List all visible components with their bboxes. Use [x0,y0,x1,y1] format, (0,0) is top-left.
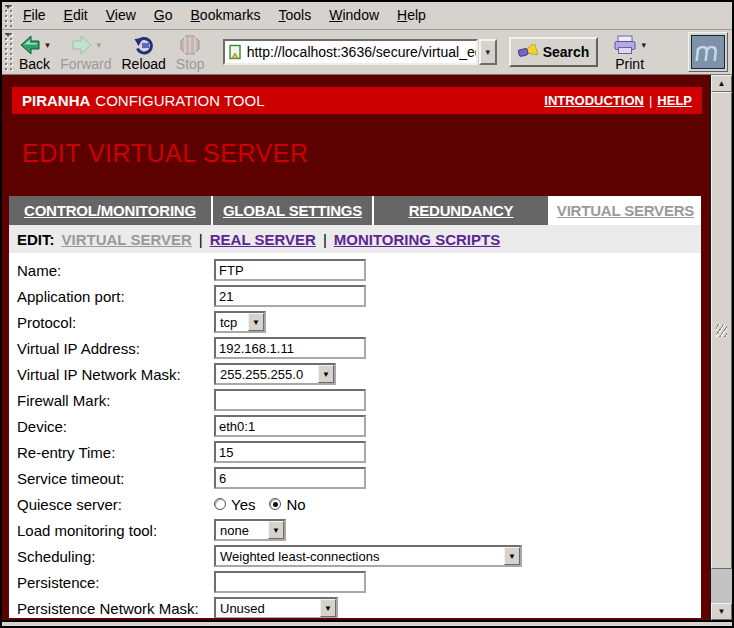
subnav-separator: | [323,231,327,248]
brand-rest: CONFIGURATION TOOL [95,92,264,109]
application-port-input[interactable] [214,285,366,307]
introduction-link[interactable]: INTRODUCTION [544,93,644,108]
menu-edit[interactable]: Edit [55,2,97,29]
form-row-firewall-mark: Firewall Mark: [17,387,701,413]
reload-icon [133,34,155,56]
quiesce-server-radio-no[interactable] [269,498,281,510]
window-bottom-edge [2,620,732,626]
subnav-link-real-server[interactable]: REAL SERVER [210,231,316,248]
subnav-prefix: EDIT: [17,231,55,248]
device-input[interactable] [214,415,366,437]
persistence-network-mask-select[interactable]: Unused▼ [214,597,338,618]
scheduling-selected-value: Weighted least-connections [216,547,504,565]
back-icon [19,34,41,56]
virtual-server-form: Name:Application port:Protocol:tcp▼Virtu… [9,253,701,618]
form-row-re-entry-time: Re-entry Time: [17,439,701,465]
back-label: Back [19,57,50,72]
menu-help[interactable]: Help [388,2,435,29]
re-entry-time-input[interactable] [214,441,366,463]
mozilla-m-icon [694,39,722,65]
content-viewport: PIRANHA CONFIGURATION TOOL INTRODUCTION … [2,75,732,620]
protocol-select-arrow[interactable]: ▼ [248,313,264,331]
menu-view[interactable]: View [97,2,145,29]
virtual-ip-address-input[interactable] [214,337,366,359]
print-button[interactable]: ▾ Print [608,32,651,73]
toolbar-grippy[interactable] [4,32,13,72]
menu-tools[interactable]: Tools [270,2,321,29]
subnav-link-monitoring-scripts[interactable]: MONITORING SCRIPTS [334,231,500,248]
menubar-grippy[interactable] [4,4,13,27]
form-row-application-port: Application port: [17,283,701,309]
url-bar: http://localhost:3636/secure/virtual_edi… [223,39,497,65]
forward-icon [71,34,93,56]
persistence-input[interactable] [214,571,366,593]
subnav-separator: | [199,231,203,248]
load-monitoring-tool-select-arrow[interactable]: ▼ [268,521,284,539]
persistence-label: Persistence: [17,574,214,591]
back-button[interactable]: ▾ Back [14,32,55,73]
stop-button[interactable]: Stop [171,32,210,73]
service-timeout-input[interactable] [214,467,366,489]
quiesce-server-label: Quiesce server: [17,496,214,513]
quiesce-server-radio-yes[interactable] [214,498,226,510]
application-port-label: Application port: [17,288,214,305]
protocol-label: Protocol: [17,314,214,331]
form-row-scheduling: Scheduling:Weighted least-connections▼ [17,543,701,569]
tab-virtual-servers[interactable]: VIRTUAL SERVERS [550,196,701,225]
vertical-scrollbar[interactable]: ▲ ▼ [710,75,732,620]
page-proxy-icon[interactable] [228,44,243,60]
url-history-dropdown-button[interactable]: ▾ [479,39,497,65]
forward-button[interactable]: ▾ Forward [55,32,116,73]
stop-label: Stop [176,57,205,72]
url-input[interactable]: http://localhost:3636/secure/virtual_edi… [223,39,478,65]
scroll-down-button[interactable]: ▼ [711,603,732,620]
print-dropdown-arrow[interactable]: ▾ [641,40,646,50]
device-label: Device: [17,418,214,435]
virtual-ip-network-mask-select-arrow[interactable]: ▼ [318,365,334,383]
scheduling-select-arrow[interactable]: ▼ [504,547,520,565]
service-timeout-label: Service timeout: [17,470,214,487]
stop-icon [179,34,201,56]
navigation-toolbar: ▾ Back ▾ Forward Reload [2,30,732,75]
re-entry-time-label: Re-entry Time: [17,444,214,461]
persistence-network-mask-selected-value: Unused [216,599,320,617]
persistence-network-mask-label: Persistence Network Mask: [17,600,214,617]
url-text: http://localhost:3636/secure/virtual_edi… [247,44,478,60]
firewall-mark-input[interactable] [214,389,366,411]
mozilla-logo[interactable] [688,32,728,72]
load-monitoring-tool-selected-value: none [216,521,268,539]
persistence-network-mask-select-arrow[interactable]: ▼ [320,599,336,617]
tab-control-monitoring[interactable]: CONTROL/MONITORING [9,196,211,225]
form-row-virtual-ip-address: Virtual IP Address: [17,335,701,361]
quiesce-server-radio-label-no: No [286,496,305,513]
reload-button[interactable]: Reload [116,32,170,73]
help-link[interactable]: HELP [657,93,692,108]
back-dropdown-arrow[interactable]: ▾ [45,40,50,50]
menu-bookmarks[interactable]: Bookmarks [182,2,270,29]
form-row-protocol: Protocol:tcp▼ [17,309,701,335]
header-links: INTRODUCTION | HELP [544,93,692,108]
print-label: Print [615,57,644,72]
subnav-link-virtual-server[interactable]: VIRTUAL SERVER [62,231,192,248]
form-row-name: Name: [17,257,701,283]
search-button[interactable]: Search [509,37,599,67]
protocol-select[interactable]: tcp▼ [214,311,266,333]
scheduling-select[interactable]: Weighted least-connections▼ [214,545,522,567]
reload-label: Reload [121,57,165,72]
tab-redundancy[interactable]: REDUNDANCY [374,196,548,225]
name-input[interactable] [214,259,366,281]
load-monitoring-tool-select[interactable]: none▼ [214,519,286,541]
virtual-ip-network-mask-select[interactable]: 255.255.255.0▼ [214,363,336,385]
app-header-bar: PIRANHA CONFIGURATION TOOL INTRODUCTION … [12,87,702,114]
tab-global-settings[interactable]: GLOBAL SETTINGS [213,196,372,225]
print-icon [613,35,637,55]
menu-window[interactable]: Window [320,2,388,29]
scroll-up-button[interactable]: ▲ [711,75,732,92]
virtual-ip-address-label: Virtual IP Address: [17,340,214,357]
edit-subnav: EDIT:VIRTUAL SERVER|REAL SERVER|MONITORI… [9,225,701,253]
menu-go[interactable]: Go [145,2,182,29]
protocol-selected-value: tcp [216,313,248,331]
menu-file[interactable]: File [14,2,55,29]
scrollbar-thumb[interactable] [711,92,732,569]
virtual-ip-network-mask-selected-value: 255.255.255.0 [216,365,318,383]
